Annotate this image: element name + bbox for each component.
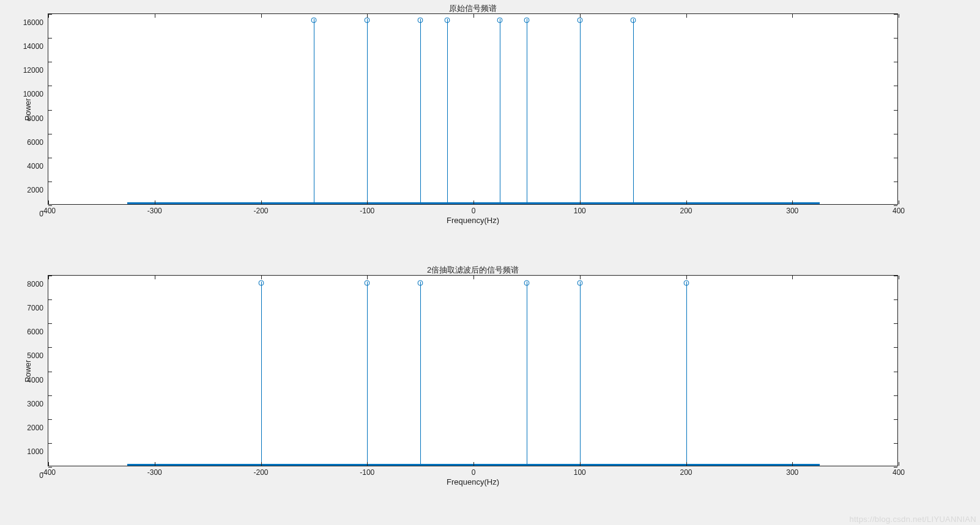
ytick-mark	[894, 467, 897, 468]
xtick-mark	[155, 200, 155, 204]
xtick-label: 300	[786, 207, 798, 215]
ytick-mark	[894, 323, 897, 324]
xtick-label: 200	[680, 468, 692, 477]
x-axis-label: Frequency(Hz)	[48, 216, 897, 225]
xtick-mark	[580, 462, 581, 466]
xtick-mark	[580, 200, 581, 204]
xtick-mark	[686, 14, 687, 18]
axes-top: 原始信号频谱 Power Frequency(Hz) -400-300-200-…	[48, 13, 898, 205]
xtick-mark	[686, 200, 687, 204]
ytick-mark	[894, 62, 897, 62]
axes-title: 2倍抽取滤波后的信号频谱	[48, 265, 897, 276]
ytick-mark	[894, 110, 897, 111]
xtick-label: -100	[360, 468, 374, 477]
stem-marker	[418, 280, 423, 285]
xtick-mark	[473, 200, 474, 204]
xtick-mark	[261, 14, 262, 18]
ytick-mark	[894, 347, 897, 348]
stem-line	[314, 19, 314, 204]
stem-marker	[365, 280, 370, 285]
stem-line	[580, 282, 581, 466]
stem-marker	[365, 17, 370, 23]
ytick-label: 3000	[27, 400, 43, 408]
ytick-mark	[48, 62, 52, 62]
ytick-label: 0	[39, 210, 43, 218]
ytick-mark	[48, 110, 52, 111]
stem-line	[420, 282, 421, 466]
xtick-mark	[473, 462, 474, 466]
xtick-mark	[261, 462, 262, 466]
xtick-label: 300	[786, 468, 798, 477]
stem-line	[367, 19, 368, 204]
xtick-label: -100	[360, 207, 374, 215]
xtick-mark	[473, 14, 474, 18]
xtick-mark	[48, 462, 49, 466]
plot-area	[48, 276, 897, 466]
xtick-mark	[367, 276, 368, 279]
xtick-mark	[155, 276, 155, 279]
xtick-mark	[580, 14, 581, 18]
ytick-label: 6000	[27, 138, 43, 147]
ytick-mark	[48, 38, 52, 39]
xtick-mark	[792, 276, 793, 279]
stem-marker	[524, 280, 529, 285]
ytick-mark	[48, 419, 52, 420]
ytick-label: 2000	[27, 186, 43, 194]
xtick-label: 0	[472, 468, 476, 477]
ytick-mark	[48, 86, 52, 86]
ytick-mark	[894, 372, 897, 372]
ytick-mark	[894, 419, 897, 420]
xtick-label: 100	[574, 207, 586, 215]
stem-marker	[418, 17, 423, 23]
stem-line	[420, 19, 421, 204]
ytick-mark	[48, 372, 52, 372]
stem-line	[500, 19, 500, 204]
ytick-mark	[48, 182, 52, 182]
ytick-mark	[48, 134, 52, 134]
xtick-mark	[580, 276, 581, 279]
stem-line	[686, 282, 687, 466]
ytick-mark	[894, 395, 897, 396]
xtick-mark	[686, 276, 687, 279]
ytick-mark	[48, 158, 52, 158]
xtick-mark	[367, 200, 368, 204]
stem-marker	[311, 17, 317, 23]
ytick-mark	[894, 14, 897, 15]
ytick-mark	[48, 347, 52, 348]
ytick-label: 1000	[27, 447, 43, 456]
stem-line	[261, 282, 262, 466]
xtick-label: 400	[893, 207, 905, 215]
xtick-mark	[155, 462, 155, 466]
ytick-mark	[894, 443, 897, 444]
xtick-label: 0	[472, 207, 476, 215]
xtick-mark	[792, 14, 793, 18]
stem-line	[367, 282, 368, 466]
xtick-mark	[899, 276, 899, 279]
ytick-label: 5000	[27, 351, 43, 360]
xtick-mark	[792, 200, 793, 204]
xtick-mark	[367, 14, 368, 18]
ytick-label: 12000	[23, 66, 43, 75]
ytick-mark	[894, 182, 897, 182]
ytick-label: 7000	[27, 304, 43, 312]
xtick-mark	[155, 14, 155, 18]
stem-marker	[630, 17, 636, 23]
stem-line	[527, 19, 527, 204]
axes-title: 原始信号频谱	[48, 3, 897, 14]
ytick-mark	[894, 276, 897, 276]
xtick-label: -300	[147, 468, 162, 477]
xtick-label: 400	[893, 468, 905, 477]
ytick-label: 16000	[23, 18, 43, 27]
figure: 原始信号频谱 Power Frequency(Hz) -400-300-200-…	[0, 0, 980, 525]
ytick-mark	[48, 443, 52, 444]
stem-marker	[497, 17, 503, 23]
ytick-label: 8000	[27, 280, 43, 288]
ytick-mark	[894, 158, 897, 158]
stem-line	[580, 19, 581, 204]
ytick-mark	[48, 395, 52, 396]
xtick-label: -300	[147, 207, 162, 215]
stem-marker	[577, 280, 582, 285]
stem-line	[633, 19, 634, 204]
xtick-mark	[792, 462, 793, 466]
xtick-mark	[899, 14, 899, 18]
